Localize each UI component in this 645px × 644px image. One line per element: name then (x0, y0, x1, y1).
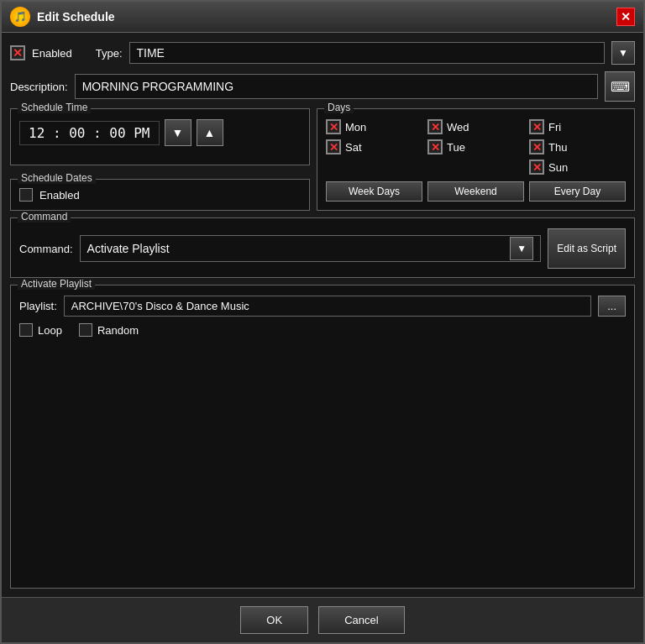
description-input[interactable] (75, 74, 598, 99)
dialog-window: 🎵 Edit Schedule ✕ ✕ Enabled Type: TIME ▼… (0, 0, 645, 644)
edit-as-script-button[interactable]: Edit as Script (548, 228, 626, 269)
description-label: Description: (10, 81, 68, 93)
day-item-wed: ✕ Wed (427, 119, 524, 134)
type-label: Type: (96, 47, 123, 60)
browse-button[interactable]: ... (598, 296, 626, 317)
type-dropdown-button[interactable]: ▼ (611, 41, 635, 65)
loop-option: Loop (19, 323, 62, 337)
day-check-sun[interactable]: ✕ (529, 160, 544, 175)
day-label-tue: Tue (447, 141, 465, 154)
time-down-button[interactable]: ▼ (165, 119, 191, 146)
day-label-fri: Fri (548, 121, 561, 134)
day-check-tue[interactable]: ✕ (427, 139, 443, 154)
playlist-label: Playlist: (19, 300, 57, 312)
random-checkbox[interactable] (79, 323, 92, 337)
days-section: Days ✕ Mon ✕ Wed ✕ Fri (317, 108, 635, 211)
schedule-time-label: Schedule Time (18, 102, 91, 113)
day-check-thu[interactable]: ✕ (529, 139, 544, 154)
weekend-button[interactable]: Weekend (427, 181, 524, 202)
day-item-sun: ✕ Sun (529, 160, 626, 175)
day-check-sat[interactable]: ✕ (326, 139, 341, 154)
command-dropdown-button[interactable]: ▼ (510, 237, 533, 260)
days-buttons-row: Week Days Weekend Every Day (326, 181, 626, 202)
random-label: Random (97, 324, 139, 337)
every-day-button[interactable]: Every Day (529, 181, 626, 202)
enabled-checkbox[interactable]: ✕ (10, 45, 25, 60)
ok-button[interactable]: OK (240, 606, 308, 634)
schedule-dates-section: Schedule Dates Enabled (10, 179, 310, 211)
keyboard-button[interactable]: ⌨ (605, 71, 635, 102)
day-label-mon: Mon (345, 121, 366, 134)
days-grid: ✕ Mon ✕ Wed ✕ Fri ✕ (326, 119, 626, 175)
command-section-label: Command (18, 211, 71, 223)
random-option: Random (79, 323, 139, 337)
schedule-time-section: Schedule Time 12 : 00 : 00 PM ▼ ▲ (10, 108, 310, 165)
enabled-check-mark: ✕ (13, 47, 23, 59)
type-select-container: TIME (129, 42, 605, 64)
command-value: Activate Playlist (87, 242, 511, 255)
week-days-button[interactable]: Week Days (326, 181, 422, 202)
time-up-button[interactable]: ▲ (197, 119, 223, 146)
enabled-type-row: ✕ Enabled Type: TIME ▼ (10, 41, 635, 65)
days-label: Days (324, 102, 354, 113)
activate-playlist-section: Activate Playlist Playlist: ... Loop Ran… (10, 285, 635, 589)
day-label-wed: Wed (447, 121, 469, 134)
command-section: Command Command: Activate Playlist ▼ Edi… (10, 217, 635, 278)
day-label-sun: Sun (548, 161, 568, 174)
enabled-label: Enabled (32, 47, 72, 60)
playlist-options-row: Loop Random (19, 323, 626, 337)
time-display: 12 : 00 : 00 PM (19, 121, 160, 145)
day-item-sat: ✕ Sat (326, 139, 422, 154)
schedule-dates-label: Schedule Dates (18, 172, 96, 184)
loop-label: Loop (38, 324, 62, 337)
activate-playlist-label: Activate Playlist (18, 278, 95, 290)
cancel-button[interactable]: Cancel (318, 606, 404, 634)
dates-enabled-row: Enabled (19, 188, 301, 202)
day-check-mon[interactable]: ✕ (326, 119, 341, 134)
day-label-sat: Sat (345, 141, 362, 154)
dialog-body: ✕ Enabled Type: TIME ▼ Description: ⌨ Sc… (2, 33, 643, 597)
command-label: Command: (19, 243, 73, 255)
day-item-thu: ✕ Thu (529, 139, 626, 154)
day-label-thu: Thu (548, 141, 567, 154)
day-item-mon: ✕ Mon (326, 119, 422, 134)
playlist-input[interactable] (64, 296, 591, 317)
loop-checkbox[interactable] (19, 323, 33, 337)
dialog-title: Edit Schedule (37, 10, 610, 24)
day-check-fri[interactable]: ✕ (529, 119, 544, 134)
dates-enabled-checkbox[interactable] (19, 188, 33, 202)
command-row: Command: Activate Playlist ▼ Edit as Scr… (19, 228, 626, 269)
time-days-section: Schedule Time 12 : 00 : 00 PM ▼ ▲ Schedu… (10, 108, 635, 211)
day-check-wed[interactable]: ✕ (427, 119, 443, 134)
title-bar: 🎵 Edit Schedule ✕ (2, 2, 643, 33)
type-value: TIME (137, 46, 597, 60)
time-controls-row: 12 : 00 : 00 PM ▼ ▲ (19, 119, 301, 146)
description-row: Description: ⌨ (10, 71, 635, 102)
dialog-footer: OK Cancel (2, 597, 643, 642)
day-item-tue: ✕ Tue (427, 139, 524, 154)
playlist-row: Playlist: ... (19, 296, 626, 317)
day-item-fri: ✕ Fri (529, 119, 626, 134)
dates-enabled-label: Enabled (39, 189, 80, 202)
app-icon: 🎵 (10, 7, 30, 27)
command-select: Activate Playlist ▼ (80, 235, 542, 262)
close-button[interactable]: ✕ (616, 8, 635, 26)
